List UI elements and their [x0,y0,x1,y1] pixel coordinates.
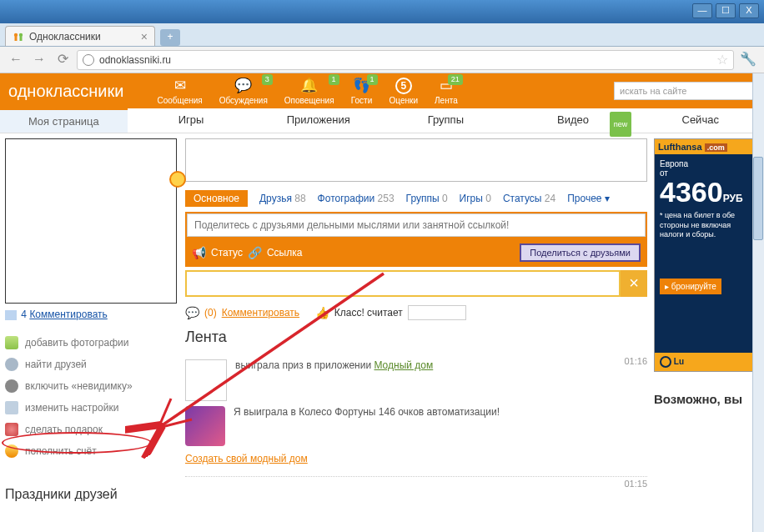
lufthansa-logo-icon [660,356,671,368]
browser-tab[interactable]: Одноклассники × [5,26,155,46]
status-input[interactable] [185,270,621,297]
address-bar[interactable]: odnoklassniki.ru ☆ [77,50,734,70]
avatar-comments[interactable]: 4 Комментировать [5,309,178,320]
share-box: 📢 Статус 🔗 Ссылка Поделиться с друзьями [185,212,647,267]
feed-item: 01:16 выиграла приз в приложении Модный … [185,354,647,469]
ad-cta-button[interactable]: ▸ бронируйте [660,279,721,294]
svg-point-2 [19,33,23,36]
settings-icon [5,401,18,414]
chat-icon: 💬 [233,78,254,94]
tab-close-icon[interactable]: × [141,30,148,43]
link-icon: 🔗 [248,246,262,259]
settings-wrench-icon[interactable]: 🔧 [739,51,757,69]
right-section-title: Возможно, вы [654,392,759,406]
comment-bubble-icon: 💬 [185,306,199,319]
ad-banner[interactable]: Lufthansa .com Европа от 4360РУБ * цена … [654,138,759,372]
profile-tab-games[interactable]: Игры 0 [460,193,491,204]
site-header: одноклассники ✉ Сообщения 3 💬 Обсуждения… [0,73,764,108]
tab-title: Одноклассники [29,31,136,43]
back-button[interactable]: ← [7,51,25,69]
header-nav: ✉ Сообщения 3 💬 Обсуждения 1 🔔 Оповещени… [157,78,457,105]
new-badge: new [610,112,632,137]
forward-button[interactable]: → [30,51,48,69]
globe-icon [83,54,94,66]
profile-avatar[interactable] [5,138,177,304]
feed-time: 01:15 [624,479,647,489]
avatar-badge-icon [169,171,186,188]
sidebar-menu: добавить фотографии найти друзей включит… [5,332,178,462]
profile-tabs: Основное Друзья 88 Фотографии 253 Группы… [185,190,647,207]
profile-tab-more[interactable]: Прочее ▾ [567,193,610,204]
scrollbar-thumb[interactable] [753,157,763,240]
feed-app-icon[interactable] [185,406,225,446]
subnav-my-page[interactable]: Моя страница [0,108,128,133]
share-link-link[interactable]: Ссылка [267,247,302,258]
close-button[interactable]: X [739,3,759,18]
subnav-groups[interactable]: Группы [382,108,510,133]
bell-icon: 🔔 [299,78,320,94]
svg-rect-1 [15,37,18,41]
subnav-games[interactable]: Игры [128,108,255,133]
nav-notifications[interactable]: 1 🔔 Оповещения [284,78,334,105]
new-tab-button[interactable]: + [160,29,180,46]
feed-app-link[interactable]: Модный дом [374,359,433,371]
sidebar-settings[interactable]: изменить настройки [5,397,178,419]
bookmark-star-icon[interactable]: ☆ [716,52,728,68]
profile-tab-friends[interactable]: Друзья 88 [259,193,306,204]
nav-discussions[interactable]: 3 💬 Обсуждения [219,78,268,105]
share-button[interactable]: Поделиться с друзьями [520,243,641,262]
site-search-input[interactable]: искать на сайте [614,82,756,100]
browser-tabstrip: Одноклассники × + [0,23,764,47]
klass-count-box [408,305,466,320]
sidebar-topup[interactable]: пополнить счёт [5,440,178,462]
comment-link[interactable]: Комментировать [222,307,299,319]
site-logo[interactable]: одноклассники [8,82,123,101]
maximize-button[interactable]: ☐ [716,3,736,18]
feed-title: Лента [185,329,647,346]
svg-point-0 [14,33,18,36]
photo-icon [5,336,18,349]
nav-messages[interactable]: ✉ Сообщения [157,78,202,105]
browser-toolbar: ← → ⟳ odnoklassniki.ru ☆ 🔧 [0,47,764,73]
minimize-button[interactable]: — [692,3,712,18]
envelope-icon: ✉ [169,78,191,94]
subnav-video[interactable]: Видеоnew [510,108,637,133]
status-clear-icon[interactable]: × [621,270,647,297]
person-icon [5,358,18,371]
nav-ratings[interactable]: 5 Оценки [390,78,418,105]
subnav-apps[interactable]: Приложения [254,108,382,133]
nav-guests[interactable]: 1 👣 Гости [351,78,373,105]
sidebar-add-photos[interactable]: добавить фотографии [5,332,178,354]
invisible-icon [5,379,18,393]
profile-tab-groups[interactable]: Группы 0 [406,193,448,204]
subnav-now[interactable]: Сейчас [636,108,764,133]
gift-icon [5,423,18,436]
share-input[interactable] [187,213,646,237]
feed-time: 01:16 [624,356,647,366]
site-favicon-icon [13,31,24,43]
share-status-link[interactable]: Статус [211,247,243,258]
feed-avatar[interactable] [185,359,227,401]
profile-tab-main[interactable]: Основное [185,190,248,207]
sidebar-find-friends[interactable]: найти друзей [5,354,178,375]
megaphone-icon: 📢 [192,246,206,259]
thumb-icon: 👍 [315,306,329,319]
status-meta: 💬 (0) Комментировать 👍 Класс! считает [185,305,647,320]
feed-action-link[interactable]: Создать свой модный дом [185,453,308,464]
sidebar-gift[interactable]: сделать подарок [5,419,178,440]
sidebar-section-title: Праздники друзей [5,487,178,502]
window-titlebar: — ☐ X [0,0,764,23]
scrollbar-track[interactable] [752,73,764,532]
sidebar-invisible[interactable]: включить «невидимку» [5,375,178,397]
profile-name-box [185,138,647,182]
rating-count-icon: 5 [395,78,412,94]
sub-nav: Моя страница Игры Приложения Группы Виде… [0,108,764,133]
svg-rect-3 [20,37,23,41]
profile-tab-photos[interactable]: Фотографии 253 [318,193,395,204]
reload-button[interactable]: ⟳ [53,51,72,69]
coins-icon [5,444,18,458]
url-text: odnoklassniki.ru [99,54,171,66]
nav-feed[interactable]: 21 ▭ Лента [435,78,458,105]
profile-tab-statuses[interactable]: Статусы 24 [503,193,555,204]
comment-icon [5,310,17,320]
